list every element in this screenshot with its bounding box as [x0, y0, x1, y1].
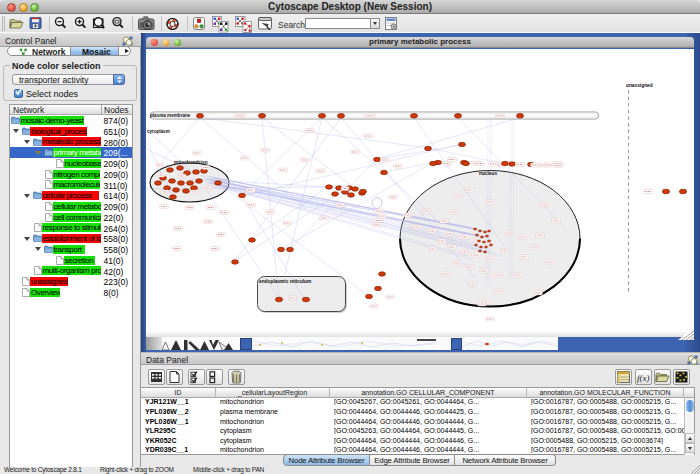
svg-text:cytoplasm: cytoplasm — [147, 128, 170, 133]
svg-text:unassigned: unassigned — [626, 82, 653, 87]
svg-text:f(x): f(x) — [637, 373, 650, 383]
svg-text:endoplasmic reticulum: endoplasmic reticulum — [259, 278, 311, 283]
svg-text:nucleus: nucleus — [479, 170, 497, 175]
svg-text:mitochondrion: mitochondrion — [174, 159, 208, 164]
svg-text:plasma membrane: plasma membrane — [150, 112, 191, 117]
